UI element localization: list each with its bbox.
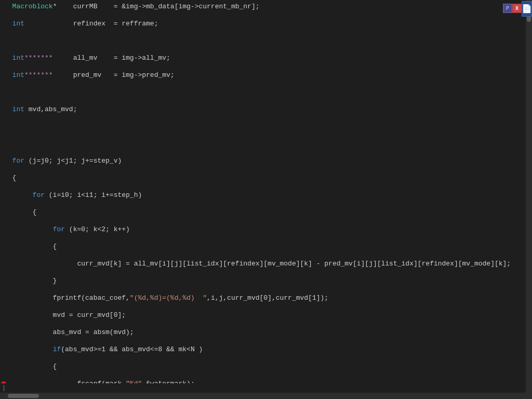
code-line: {: [0, 362, 532, 371]
code-line: {: [0, 174, 532, 183]
vertical-scrollbar[interactable]: [526, 0, 532, 393]
code-line: if(abs_mvd>=1 && abs_mvd<=8 && mk<N ): [0, 345, 532, 354]
code-line: [0, 36, 532, 46]
code-line: int refindex = refframe;: [0, 19, 532, 29]
code-line: {: [0, 208, 532, 217]
code-line: for (j=j0; j<j1; j+=step_v): [0, 156, 532, 166]
code-line: [0, 122, 532, 131]
code-line: [0, 88, 532, 97]
code-line: Macroblock* currMB = &img->mb_data[img->…: [0, 2, 532, 11]
horizontal-scrollbar[interactable]: [0, 393, 532, 399]
code-line: for (i=i0; i<i1; i+=step_h): [0, 191, 532, 200]
code-line: [0, 139, 532, 149]
horizontal-scrollbar-thumb[interactable]: [8, 394, 39, 398]
code-line: {: [0, 242, 532, 251]
code-line: fprintf(cabac_coef,"(%d,%d)=(%d,%d) ",i,…: [0, 294, 532, 303]
code-line: int******* pred_mv = img->pred_mv;: [0, 71, 532, 80]
code-line: int******* all_mv = img->all_mv;: [0, 54, 532, 63]
toolbar-area: P X 📄: [503, 0, 532, 17]
code-line: abs_mvd = absm(mvd);: [0, 328, 532, 337]
code-line: for (k=0; k<2; k++): [0, 225, 532, 234]
editor-container: P X 📄 Macroblock* currMB = &img->mb_data…: [0, 0, 532, 399]
doc-icon: 📄: [522, 1, 532, 17]
toolbar-icons: P X: [503, 4, 522, 13]
code-line: int mvd,abs_mvd;: [0, 105, 532, 114]
code-area[interactable]: Macroblock* currMB = &img->mb_data[img->…: [0, 0, 532, 399]
pin-button[interactable]: P: [503, 4, 512, 13]
code-line: mvd = curr_mvd[0];: [0, 311, 532, 320]
bottom-bar: |: [0, 383, 526, 393]
code-line: }: [0, 276, 532, 286]
line-indicator: |: [2, 384, 6, 392]
code-line: curr_mvd[k] = all_mv[i][j][list_idx][ref…: [0, 259, 532, 269]
close-button[interactable]: X: [512, 4, 522, 13]
